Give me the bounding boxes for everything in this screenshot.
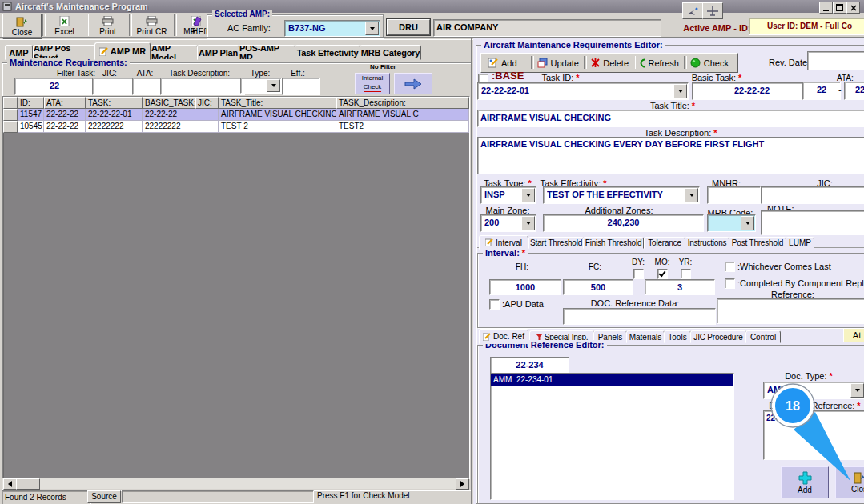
apu-data-checkbox[interactable] bbox=[489, 299, 500, 310]
mnhr-input[interactable] bbox=[707, 186, 761, 204]
tab-amp-model[interactable]: AMP Model bbox=[151, 45, 198, 60]
tab-jic-procedure[interactable]: JIC Procedure bbox=[690, 330, 746, 343]
note-input[interactable] bbox=[761, 210, 864, 235]
chevron-down-icon[interactable] bbox=[365, 22, 379, 35]
tab-start-threshold[interactable]: Start Threshold bbox=[528, 237, 584, 249]
tab-pos-amp-mr[interactable]: POS-AMP MR bbox=[239, 45, 295, 60]
doc-reference-data-input[interactable] bbox=[563, 308, 716, 325]
tab-amp-plan[interactable]: AMP Plan bbox=[197, 45, 239, 60]
table-row[interactable]: 11547 22-22-22 22-22-22-01 22-22-22 AIRF… bbox=[3, 109, 469, 121]
filter-ata-input[interactable] bbox=[132, 78, 164, 95]
tab-amp-mr[interactable]: AMP MR bbox=[94, 42, 151, 60]
source-button[interactable]: Source bbox=[87, 490, 121, 503]
chevron-down-icon[interactable] bbox=[521, 216, 535, 230]
print-button[interactable]: Print bbox=[89, 14, 127, 38]
delete-record-button[interactable]: Delete bbox=[586, 55, 633, 70]
scrollbar-thumb[interactable] bbox=[16, 478, 40, 490]
fh-input[interactable]: 1000 bbox=[489, 279, 561, 295]
filter-type-combo[interactable] bbox=[240, 78, 282, 94]
scroll-left-button[interactable] bbox=[3, 478, 17, 490]
list-item-selected[interactable]: AMM 22-234-01 bbox=[491, 374, 733, 386]
update-record-button[interactable]: Update bbox=[533, 55, 583, 70]
dy-checkbox[interactable] bbox=[633, 269, 644, 279]
tab-finish-threshold[interactable]: Finish Threshold bbox=[583, 237, 644, 249]
ab-button[interactable]: At bbox=[843, 328, 864, 342]
task-type-combo[interactable]: INSP bbox=[480, 186, 536, 204]
doc-close-button[interactable]: Clos bbox=[835, 466, 864, 498]
restore-button[interactable] bbox=[833, 2, 846, 14]
scroll-right-button[interactable] bbox=[456, 478, 469, 490]
completed-by-component-checkbox[interactable] bbox=[725, 278, 735, 289]
col-header-task[interactable]: TASK: bbox=[86, 97, 143, 109]
tab-interval[interactable]: Interval bbox=[479, 235, 528, 250]
col-header-task-title[interactable]: TASK_Title: bbox=[219, 97, 336, 109]
tab-doc-ref[interactable]: Doc. Ref bbox=[479, 329, 528, 344]
doc-filter-input[interactable]: 22-234 bbox=[490, 357, 569, 374]
chevron-down-icon[interactable] bbox=[673, 84, 687, 98]
chevron-down-icon[interactable] bbox=[685, 188, 698, 202]
horizontal-scrollbar[interactable] bbox=[2, 478, 468, 489]
filter-eff-input[interactable] bbox=[282, 78, 320, 95]
close-window-button[interactable] bbox=[846, 2, 860, 14]
close-button[interactable]: Close bbox=[2, 14, 42, 39]
col-header-id[interactable]: ID: bbox=[18, 97, 44, 109]
mo-checkbox[interactable] bbox=[657, 269, 668, 279]
dru-button[interactable]: DRU bbox=[387, 19, 430, 35]
task-effectivity-combo[interactable]: TEST OF THE EFFECTIVITY bbox=[543, 186, 700, 204]
plane-front-tool-button[interactable] bbox=[702, 2, 723, 19]
main-zone-combo[interactable]: 200 bbox=[480, 214, 536, 232]
internal-check-button[interactable]: Internal Check bbox=[355, 73, 390, 94]
tab-tolerance[interactable]: Tolerance bbox=[644, 237, 685, 249]
go-filter-button[interactable] bbox=[394, 73, 432, 94]
col-header-basic-task[interactable]: BASIC_TASK: bbox=[143, 97, 195, 109]
ata-part2-input[interactable]: 22 bbox=[844, 82, 864, 100]
add-record-button[interactable]: Add bbox=[484, 55, 530, 70]
reference-input[interactable] bbox=[717, 298, 864, 324]
filter-task-input[interactable]: 22 bbox=[14, 78, 94, 95]
plane-tool-button[interactable] bbox=[682, 2, 703, 19]
additional-zones-input[interactable]: 240,230 bbox=[543, 214, 704, 232]
tab-mrb-category[interactable]: MRB Category bbox=[360, 45, 421, 60]
tab-lump[interactable]: LUMP bbox=[786, 237, 814, 249]
chevron-down-icon[interactable] bbox=[850, 383, 864, 398]
yr-checkbox[interactable] bbox=[681, 269, 691, 279]
doc-type-label: Doc. Type:* bbox=[781, 371, 837, 381]
jic-input[interactable] bbox=[761, 186, 864, 204]
check-button[interactable]: Check bbox=[686, 55, 733, 70]
task-description-input[interactable]: AIRFRAME VISUAL CHECKING EVERY DAY BEFOR… bbox=[477, 137, 864, 174]
table-row[interactable]: 10545 22-22-22 22222222 22222222 TEST 2 … bbox=[3, 121, 469, 133]
ata-dash: - bbox=[838, 85, 842, 94]
chevron-down-icon[interactable] bbox=[521, 188, 535, 202]
col-header-task-description[interactable]: TASK_Description: bbox=[336, 97, 469, 109]
tab-control[interactable]: Control bbox=[745, 330, 781, 343]
print-cr-button[interactable]: Print CR bbox=[132, 14, 171, 38]
excel-button[interactable]: Excel bbox=[46, 14, 83, 38]
minimize-button[interactable] bbox=[819, 2, 833, 14]
chevron-down-icon[interactable] bbox=[267, 79, 280, 92]
ata-part1-input[interactable]: 22 bbox=[802, 82, 841, 100]
calendar-interval-input[interactable]: 3 bbox=[645, 279, 715, 295]
fc-input[interactable]: 500 bbox=[563, 279, 633, 295]
doc-reference-list[interactable]: AMM 22-234-01 bbox=[490, 373, 734, 500]
col-header-jic[interactable]: JIC: bbox=[195, 97, 219, 109]
doc-add-button[interactable]: Add bbox=[781, 466, 829, 498]
rev-date-input[interactable] bbox=[807, 51, 864, 70]
doc-type-combo[interactable]: AMM bbox=[763, 382, 864, 399]
whichever-comes-last-checkbox[interactable] bbox=[725, 262, 735, 272]
task-title-input[interactable]: AIRFRAME VISUAL CHECKING bbox=[477, 110, 864, 127]
filter-jic-input[interactable] bbox=[92, 78, 135, 95]
task-id-combo[interactable]: 22-22-22-01 bbox=[477, 82, 689, 100]
tab-instructions[interactable]: Instructions bbox=[685, 237, 729, 249]
col-header-ata[interactable]: ATA: bbox=[44, 97, 86, 109]
filter-task-desc-input[interactable] bbox=[160, 78, 245, 95]
document-reference-input[interactable]: 22-234-01 bbox=[763, 410, 864, 460]
chevron-down-icon[interactable] bbox=[741, 216, 754, 230]
ac-family-combo[interactable]: B737-NG bbox=[284, 20, 380, 37]
tab-tools[interactable]: Tools bbox=[664, 330, 691, 343]
refresh-button[interactable]: Refresh bbox=[635, 55, 683, 70]
tab-post-threshold[interactable]: Post Threshold bbox=[729, 237, 786, 249]
tab-materials[interactable]: Materials bbox=[626, 330, 665, 343]
tab-task-effectivity[interactable]: Task Effectivity bbox=[295, 45, 360, 60]
basic-task-input[interactable]: 22-22-22 bbox=[692, 82, 812, 100]
mrb-code-combo[interactable] bbox=[707, 214, 756, 232]
